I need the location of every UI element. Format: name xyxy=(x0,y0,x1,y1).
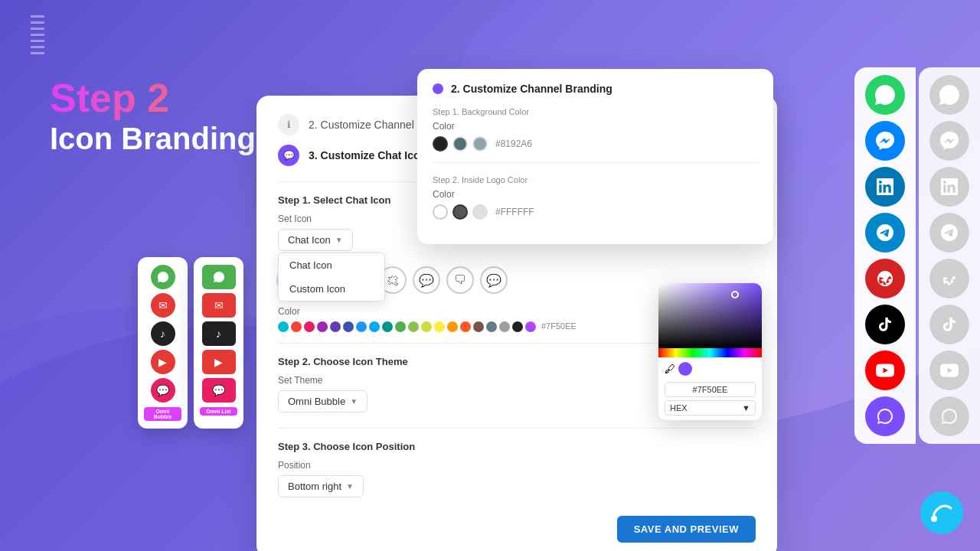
color-gradient-box[interactable] xyxy=(658,283,762,348)
palette-dot-blue[interactable] xyxy=(356,321,367,332)
icon-dropdown-value: Chat Icon xyxy=(288,234,331,246)
step-2-icon: ℹ xyxy=(278,114,299,135)
gray-icon-column xyxy=(919,67,980,444)
colored-icon-column xyxy=(854,67,916,444)
omni-list-label: Omni List xyxy=(200,407,237,416)
omni-list-card: ✉ ♪ ▶ 💬 Omni List xyxy=(194,257,243,429)
theme-dropdown-value: Omni Bubble xyxy=(288,396,345,407)
palette-dot-deep-orange[interactable] xyxy=(460,321,471,332)
step-3-icon: 💬 xyxy=(278,145,299,166)
color-label-2: Color xyxy=(433,189,758,200)
omni-gray-icon[interactable] xyxy=(929,396,969,436)
list-icon-email: ✉ xyxy=(202,293,236,318)
theme-dropdown-button[interactable]: Omni Bubble ▼ xyxy=(278,390,368,412)
palette-dot-dark[interactable] xyxy=(512,321,523,332)
icon-option-custom[interactable]: Custom Icon xyxy=(279,277,384,301)
bubble-icon-omni: 💬 xyxy=(151,378,175,403)
palette-dot-green[interactable] xyxy=(395,321,406,332)
step-3-label: 3. Customize Chat Icon xyxy=(309,149,426,161)
bubble-icon-email: ✉ xyxy=(151,293,175,318)
yelp-colored-icon[interactable] xyxy=(865,259,905,298)
eyedropper-icon[interactable]: 🖋 xyxy=(665,363,675,375)
icon-theme-opt-6[interactable]: 🗨 xyxy=(446,266,474,294)
color-swatch-slate[interactable] xyxy=(452,136,468,152)
color-hex-display: #7F50EE xyxy=(541,321,577,332)
position-value: Bottom right xyxy=(288,481,341,492)
linkedin-gray-icon[interactable] xyxy=(929,167,969,207)
preview-cards-container: ✉ ♪ ▶ 💬 Omni Bubble ✉ ♪ ▶ 💬 Omni List xyxy=(138,257,243,429)
palette-dot-purple[interactable] xyxy=(317,321,328,332)
messenger-gray-icon[interactable] xyxy=(929,121,969,161)
list-icon-omni: 💬 xyxy=(202,378,236,403)
logo-color-value: #FFFFFF xyxy=(495,207,534,217)
save-preview-button[interactable]: SAVE AND PREVIEW xyxy=(617,516,756,543)
tiktok-colored-icon[interactable] xyxy=(865,305,905,344)
decorative-lines xyxy=(31,15,44,58)
icon-dropdown-button[interactable]: Chat Icon ▼ xyxy=(278,229,353,251)
color-swatch-gray[interactable] xyxy=(452,204,468,220)
palette-dot-lime[interactable] xyxy=(421,321,432,332)
svg-point-2 xyxy=(920,491,963,534)
palette-dot-yellow[interactable] xyxy=(434,321,445,332)
palette-dot-blue-gray[interactable] xyxy=(486,321,497,332)
branding-panel: 2. Customize Channel Branding Step 1. Ba… xyxy=(417,69,773,244)
picker-color-circle xyxy=(678,362,692,376)
step-subtitle: Icon Branding xyxy=(50,120,256,157)
position-dropdown-arrow: ▼ xyxy=(346,482,354,491)
youtube-gray-icon[interactable] xyxy=(929,350,969,390)
palette-dot-lgreen[interactable] xyxy=(408,321,419,332)
color-rainbow-bar[interactable] xyxy=(658,348,762,357)
tiktok-gray-icon[interactable] xyxy=(929,305,969,344)
color-swatch-dark[interactable] xyxy=(433,136,448,152)
omni-colored-icon[interactable] xyxy=(865,396,905,436)
list-icon-row: ✉ ♪ ▶ 💬 xyxy=(200,265,237,403)
yelp-gray-icon[interactable] xyxy=(929,259,969,298)
color-picker-bottom: 🖋 HEX ▼ xyxy=(658,357,762,420)
hex-input[interactable] xyxy=(665,382,756,397)
position-label: Position xyxy=(278,460,756,471)
list-icon-tiktok: ♪ xyxy=(202,321,236,346)
bubble-icon-tiktok: ♪ xyxy=(151,321,175,346)
svg-point-3 xyxy=(931,516,937,522)
icon-dropdown-menu: Chat Icon Custom Icon xyxy=(278,253,385,302)
messenger-colored-icon[interactable] xyxy=(865,121,905,161)
palette-dot-lblue[interactable] xyxy=(369,321,380,332)
color-swatch-light2[interactable] xyxy=(472,204,488,220)
palette-dot-gray[interactable] xyxy=(499,321,510,332)
palette-dot-brown[interactable] xyxy=(473,321,484,332)
logo-color-label: Step 2. Inside Logo Color xyxy=(433,175,758,184)
logo-color-row: #FFFFFF xyxy=(433,204,758,220)
linkedin-colored-icon[interactable] xyxy=(865,167,905,207)
whatsapp-colored-icon[interactable] xyxy=(865,75,905,115)
whatsapp-gray-icon[interactable] xyxy=(929,75,969,115)
color-label-1: Color xyxy=(433,121,758,132)
bg-color-label: Step 1. Background Color xyxy=(433,107,758,116)
telegram-gray-icon[interactable] xyxy=(929,213,969,253)
color-swatch-white[interactable] xyxy=(433,204,448,220)
theme-dropdown-arrow: ▼ xyxy=(350,397,358,406)
format-select[interactable]: HEX ▼ xyxy=(665,400,756,416)
icon-theme-opt-5[interactable]: 💬 xyxy=(413,266,440,294)
color-swatch-light[interactable] xyxy=(472,136,488,152)
icon-theme-opt-7[interactable]: 💬 xyxy=(480,266,508,294)
bubble-icon-youtube: ▶ xyxy=(151,350,175,374)
left-title-block: Step 2 Icon Branding xyxy=(50,77,256,157)
telegram-colored-icon[interactable] xyxy=(865,213,905,253)
palette-dot-teal[interactable] xyxy=(382,321,393,332)
bottom-right-logo xyxy=(919,490,965,536)
palette-dot-selected[interactable] xyxy=(525,321,536,332)
palette-dot-pink[interactable] xyxy=(304,321,315,332)
palette-dot-orange[interactable] xyxy=(447,321,458,332)
bubble-icon-whatsapp xyxy=(151,265,175,289)
omni-bubble-card: ✉ ♪ ▶ 💬 Omni Bubble xyxy=(138,257,188,429)
position-dropdown-button[interactable]: Bottom right ▼ xyxy=(278,475,364,497)
palette-dot-dpurple[interactable] xyxy=(330,321,341,332)
palette-dot-indigo[interactable] xyxy=(343,321,354,332)
youtube-colored-icon[interactable] xyxy=(865,350,905,390)
palette-dot-cyan[interactable] xyxy=(278,321,289,332)
palette-dot-red[interactable] xyxy=(291,321,302,332)
bg-color-row: #8192A6 xyxy=(433,136,758,152)
icon-option-chat[interactable]: Chat Icon xyxy=(279,253,384,277)
icon-dropdown-arrow: ▼ xyxy=(335,236,343,244)
omni-bubble-label: Omni Bubble xyxy=(144,407,181,421)
